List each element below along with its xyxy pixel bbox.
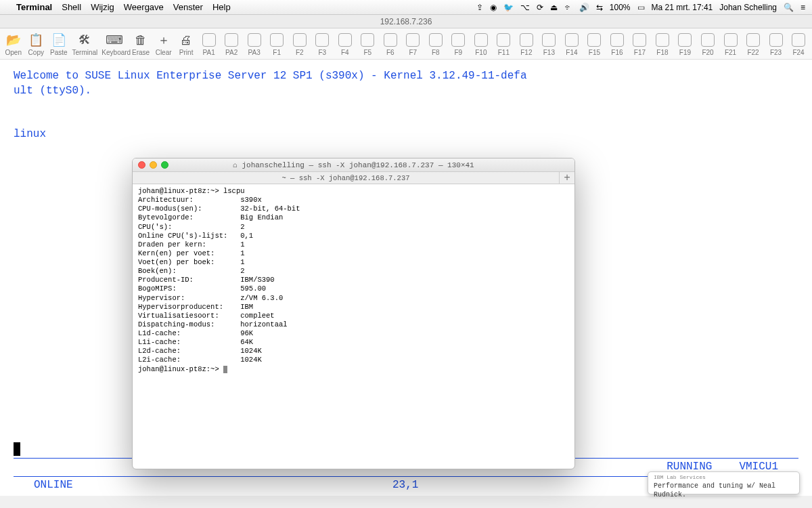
new-tab-button[interactable]: + bbox=[560, 172, 574, 184]
fkey-f8[interactable]: F8 bbox=[426, 31, 445, 56]
notification-banner[interactable]: IBM Lab Services Performance and tuning … bbox=[648, 471, 800, 494]
fkey-f18[interactable]: F18 bbox=[653, 31, 672, 56]
fkey-pa1[interactable]: PA1 bbox=[200, 31, 219, 56]
term-prompt: linux bbox=[14, 128, 46, 140]
twitter-icon[interactable]: 🐦 bbox=[503, 3, 514, 12]
menu-shell[interactable]: Shell bbox=[62, 2, 81, 12]
toolbar-print-button[interactable]: 🖨Print bbox=[177, 31, 196, 56]
fkey-f4[interactable]: F4 bbox=[336, 31, 355, 56]
menu-view[interactable]: Weergave bbox=[124, 2, 164, 12]
battery-percent: 100% bbox=[610, 3, 631, 12]
fkey-f5[interactable]: F5 bbox=[359, 31, 378, 56]
popup-cursor bbox=[223, 366, 227, 373]
app-toolbar: 📂Open📋Copy📄Paste🛠Terminal⌨Keyboard🗑Erase… bbox=[0, 28, 812, 60]
volume-icon[interactable]: 🔊 bbox=[579, 3, 589, 12]
terminal-3270-area[interactable]: Welcome to SUSE Linux Enterprise Server … bbox=[0, 60, 812, 496]
fkey-f12[interactable]: F12 bbox=[517, 31, 536, 56]
battery-icon[interactable]: ▭ bbox=[637, 3, 645, 12]
fkey-f11[interactable]: F11 bbox=[495, 31, 514, 56]
zoom-icon[interactable] bbox=[161, 161, 168, 169]
term-line: ult (ttyS0). bbox=[14, 84, 798, 99]
eject-icon[interactable]: ⏏ bbox=[550, 3, 558, 12]
popup-title-prefix-icon: ⌂ bbox=[233, 161, 238, 169]
toolbar-keyboard-button[interactable]: ⌨Keyboard bbox=[102, 31, 127, 56]
notif-source: IBM Lab Services bbox=[654, 474, 794, 482]
sync-icon[interactable]: ⟳ bbox=[537, 3, 543, 12]
fkey-f7[interactable]: F7 bbox=[404, 31, 423, 56]
status-icon[interactable]: ⇆ bbox=[596, 3, 603, 12]
status-cursor-pos: 23,1 bbox=[392, 478, 418, 493]
menu-edit[interactable]: Wijzig bbox=[91, 2, 114, 12]
fkey-f15[interactable]: F15 bbox=[585, 31, 604, 56]
spotlight-icon[interactable]: 🔍 bbox=[784, 3, 794, 12]
term-line bbox=[14, 113, 798, 128]
minimize-icon[interactable] bbox=[150, 161, 157, 169]
fkey-f19[interactable]: F19 bbox=[676, 31, 695, 56]
fkey-f14[interactable]: F14 bbox=[562, 31, 581, 56]
fkey-f21[interactable]: F21 bbox=[721, 31, 740, 56]
toolbar-terminal-button[interactable]: 🛠Terminal bbox=[72, 31, 98, 56]
fkey-f22[interactable]: F22 bbox=[744, 31, 763, 56]
fkey-f17[interactable]: F17 bbox=[631, 31, 650, 56]
clock[interactable]: Ma 21 mrt. 17:41 bbox=[652, 3, 713, 12]
notif-body: Performance and tuning w/ Neal Rudnick. bbox=[654, 482, 794, 500]
toolbar-paste-button[interactable]: 📄Paste bbox=[49, 31, 68, 56]
status-icon[interactable]: ⇪ bbox=[476, 3, 483, 12]
fkey-pa3[interactable]: PA3 bbox=[245, 31, 264, 56]
user-name[interactable]: Johan Schelling bbox=[719, 3, 777, 12]
status-online: ONLINE bbox=[20, 478, 73, 493]
close-icon[interactable] bbox=[138, 161, 145, 169]
fkey-f1[interactable]: F1 bbox=[267, 31, 286, 56]
fkey-f9[interactable]: F9 bbox=[449, 31, 468, 56]
fkey-f10[interactable]: F10 bbox=[472, 31, 491, 56]
popup-terminal-output[interactable]: johan@linux-pt8z:~> lscpu Architectuur: … bbox=[133, 184, 574, 377]
fkey-f16[interactable]: F16 bbox=[608, 31, 627, 56]
popup-titlebar[interactable]: ⌂ johanschelling — ssh -X johan@192.168.… bbox=[133, 158, 574, 172]
popup-tab[interactable]: ~ — ssh -X johan@192.168.7.237 bbox=[133, 172, 560, 184]
fkey-f23[interactable]: F23 bbox=[767, 31, 786, 56]
term-line bbox=[14, 98, 798, 113]
menubar-right: ⇪ ◉ 🐦 ⌥ ⟳ ⏏ ᯤ 🔊 ⇆ 100% ▭ Ma 21 mrt. 17:4… bbox=[476, 3, 805, 12]
app-name[interactable]: Terminal bbox=[16, 2, 52, 12]
term-line: Welcome to SUSE Linux Enterprise Server … bbox=[14, 69, 798, 84]
toolbar-clear-button[interactable]: ＋Clear bbox=[154, 31, 173, 56]
wifi-icon[interactable]: ᯤ bbox=[564, 3, 572, 12]
status-icon[interactable]: ⌥ bbox=[520, 3, 530, 12]
notification-center-icon[interactable]: ≡ bbox=[800, 3, 805, 12]
macos-menubar: Terminal Shell Wijzig Weergave Venster H… bbox=[0, 0, 812, 15]
menu-help[interactable]: Help bbox=[212, 2, 231, 12]
toolbar-erase-button[interactable]: 🗑Erase bbox=[131, 31, 150, 56]
fkey-f6[interactable]: F6 bbox=[381, 31, 400, 56]
fkey-f3[interactable]: F3 bbox=[313, 31, 332, 56]
menu-window[interactable]: Venster bbox=[173, 2, 203, 12]
fkey-f13[interactable]: F13 bbox=[540, 31, 559, 56]
fkey-f2[interactable]: F2 bbox=[290, 31, 309, 56]
popup-title: johanschelling — ssh -X johan@192.168.7.… bbox=[242, 161, 474, 169]
toolbar-open-button[interactable]: 📂Open bbox=[4, 31, 23, 56]
fkey-f20[interactable]: F20 bbox=[698, 31, 717, 56]
popup-tabbar: ~ — ssh -X johan@192.168.7.237 + bbox=[133, 172, 574, 184]
window-title: 192.168.7.236 bbox=[0, 15, 812, 28]
block-cursor bbox=[14, 442, 20, 456]
fkey-f24[interactable]: F24 bbox=[789, 31, 808, 56]
ssh-terminal-window[interactable]: ⌂ johanschelling — ssh -X johan@192.168.… bbox=[132, 158, 575, 469]
fkey-pa2[interactable]: PA2 bbox=[222, 31, 241, 56]
status-icon[interactable]: ◉ bbox=[490, 3, 497, 12]
toolbar-copy-button[interactable]: 📋Copy bbox=[27, 31, 46, 56]
